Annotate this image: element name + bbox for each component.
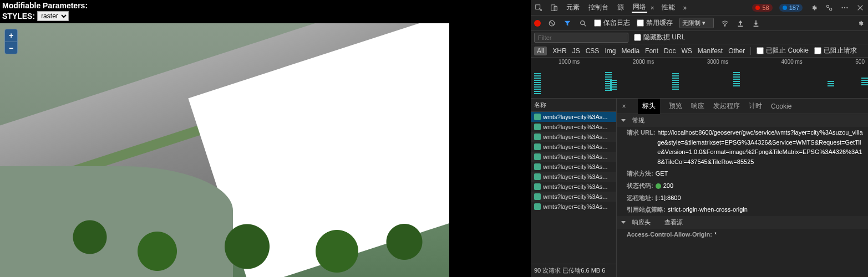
close-detail-icon[interactable]: × bbox=[619, 102, 629, 110]
styles-row: STYLES: raster bbox=[2, 11, 529, 21]
request-list-header: 名称 bbox=[531, 99, 616, 112]
settings-gear-icon[interactable] bbox=[809, 3, 818, 12]
request-row[interactable]: wmts?layer=city%3As... bbox=[531, 162, 616, 172]
image-file-icon bbox=[534, 193, 541, 200]
type-other[interactable]: Other bbox=[728, 47, 745, 55]
timeline-bar bbox=[861, 78, 868, 85]
request-row[interactable]: wmts?layer=city%3As... bbox=[531, 202, 616, 212]
map-viewer-pane: Modifiable Parameters: STYLES: raster + … bbox=[0, 0, 531, 277]
wifi-icon[interactable] bbox=[720, 19, 729, 28]
throttling-select[interactable]: 无限制 ▾ bbox=[679, 18, 714, 28]
image-file-icon bbox=[534, 183, 541, 190]
request-row[interactable]: wmts?layer=city%3As... bbox=[531, 182, 616, 192]
tab-sources[interactable]: 源 bbox=[616, 3, 625, 12]
svg-rect-2 bbox=[554, 6, 557, 11]
request-row[interactable]: wmts?layer=city%3As... bbox=[531, 192, 616, 202]
device-toolbar-icon[interactable] bbox=[550, 3, 559, 12]
zoom-out-button[interactable]: − bbox=[5, 42, 17, 54]
type-doc[interactable]: Doc bbox=[664, 47, 676, 55]
detail-body: 常规 请求 URL:http://localhost:8600/geoserve… bbox=[617, 114, 868, 277]
request-row[interactable]: wmts?layer=city%3As... bbox=[531, 122, 616, 132]
request-row[interactable]: wmts?layer=city%3As... bbox=[531, 112, 616, 122]
request-row[interactable]: wmts?layer=city%3As... bbox=[531, 172, 616, 182]
type-ws[interactable]: WS bbox=[681, 47, 692, 55]
referrer-policy-row: 引用站点策略:strict-origin-when-cross-origin bbox=[617, 204, 868, 216]
tab-network[interactable]: 网络 bbox=[632, 2, 647, 13]
type-all[interactable]: All bbox=[534, 47, 547, 55]
filter-row: 隐藏数据 URL bbox=[531, 31, 868, 44]
detail-tab-headers[interactable]: 标头 bbox=[638, 99, 660, 114]
svg-point-3 bbox=[826, 5, 829, 7]
request-name: wmts?layer=city%3As... bbox=[543, 134, 607, 140]
request-row[interactable]: wmts?layer=city%3As... bbox=[531, 142, 616, 152]
detail-tabs: × 标头 预览 响应 发起程序 计时 Cookie bbox=[617, 99, 868, 114]
request-type-row: All XHR JS CSS Img Media Font Doc WS Man… bbox=[531, 44, 868, 58]
general-section-header[interactable]: 常规 bbox=[617, 114, 868, 127]
more-menu-icon[interactable] bbox=[840, 3, 849, 12]
dock-side-icon[interactable] bbox=[825, 3, 834, 12]
message-count-badge[interactable]: 187 bbox=[779, 4, 803, 12]
request-row[interactable]: wmts?layer=city%3As... bbox=[531, 152, 616, 162]
map-trees-graphic bbox=[0, 199, 449, 277]
blocked-cookies-checkbox[interactable]: 已阻止 Cookie bbox=[757, 46, 809, 55]
detail-tab-timing[interactable]: 计时 bbox=[749, 101, 762, 111]
more-tabs-icon[interactable]: » bbox=[683, 4, 687, 12]
request-row[interactable]: wmts?layer=city%3As... bbox=[531, 132, 616, 142]
view-source-link[interactable]: 查看源 bbox=[664, 218, 683, 227]
request-name: wmts?layer=city%3As... bbox=[543, 124, 607, 130]
type-font[interactable]: Font bbox=[645, 47, 658, 55]
svg-point-10 bbox=[724, 25, 725, 26]
detail-tab-cookies[interactable]: Cookie bbox=[771, 102, 791, 110]
request-name: wmts?layer=city%3As... bbox=[543, 203, 607, 210]
type-manifest[interactable]: Manifest bbox=[698, 47, 723, 55]
detail-tab-initiator[interactable]: 发起程序 bbox=[713, 101, 740, 111]
network-settings-gear-icon[interactable] bbox=[856, 19, 865, 28]
filter-input[interactable] bbox=[534, 33, 628, 43]
chevron-down-icon bbox=[621, 221, 626, 224]
close-devtools-icon[interactable] bbox=[856, 3, 865, 12]
type-media[interactable]: Media bbox=[621, 47, 639, 55]
type-css[interactable]: CSS bbox=[586, 47, 600, 55]
response-headers-section[interactable]: 响应头 查看源 bbox=[617, 216, 868, 229]
blocked-requests-checkbox[interactable]: 已阻止请求 bbox=[814, 46, 857, 55]
image-file-icon bbox=[534, 124, 541, 130]
tab-console[interactable]: 控制台 bbox=[587, 3, 610, 12]
clear-icon[interactable] bbox=[547, 19, 556, 28]
network-timeline[interactable]: 1000 ms 2000 ms 3000 ms 4000 ms 500 bbox=[531, 58, 868, 99]
tab-performance[interactable]: 性能 bbox=[661, 3, 676, 12]
preserve-log-checkbox[interactable]: 保留日志 bbox=[594, 18, 630, 28]
zoom-in-button[interactable]: + bbox=[5, 29, 17, 42]
timeline-label: 3000 ms bbox=[707, 59, 728, 65]
upload-icon[interactable] bbox=[736, 19, 745, 28]
detail-tab-response[interactable]: 响应 bbox=[691, 101, 704, 111]
error-count-badge[interactable]: 58 bbox=[752, 4, 772, 12]
filter-funnel-icon[interactable] bbox=[563, 19, 572, 28]
search-icon[interactable] bbox=[578, 19, 587, 28]
svg-point-4 bbox=[829, 8, 831, 10]
hide-data-urls-checkbox[interactable]: 隐藏数据 URL bbox=[634, 33, 685, 42]
timeline-label: 500 bbox=[855, 59, 865, 65]
type-js[interactable]: JS bbox=[572, 47, 580, 55]
svg-point-6 bbox=[844, 7, 845, 8]
type-img[interactable]: Img bbox=[605, 47, 616, 55]
detail-tab-preview[interactable]: 预览 bbox=[669, 101, 682, 111]
download-icon[interactable] bbox=[752, 19, 760, 28]
image-file-icon bbox=[534, 153, 541, 160]
remote-address-row: 远程地址:[::1]:8600 bbox=[617, 192, 868, 204]
image-file-icon bbox=[534, 114, 541, 120]
tab-close-icon[interactable]: × bbox=[651, 4, 654, 11]
map-canvas[interactable] bbox=[0, 23, 449, 277]
zoom-control: + − bbox=[4, 29, 18, 54]
inspect-element-icon[interactable] bbox=[534, 3, 543, 12]
timeline-bar bbox=[733, 72, 740, 86]
params-title: Modifiable Parameters: bbox=[2, 1, 529, 10]
chevron-down-icon bbox=[621, 119, 626, 122]
request-detail-pane: × 标头 预览 响应 发起程序 计时 Cookie 常规 请求 URL:http… bbox=[617, 99, 868, 277]
disable-cache-checkbox[interactable]: 禁用缓存 bbox=[637, 18, 673, 28]
styles-select[interactable]: raster bbox=[37, 11, 69, 21]
timeline-bar bbox=[534, 72, 541, 94]
tab-elements[interactable]: 元素 bbox=[565, 3, 581, 12]
type-xhr[interactable]: XHR bbox=[552, 47, 566, 55]
svg-point-7 bbox=[846, 7, 847, 8]
record-icon[interactable] bbox=[534, 20, 541, 27]
